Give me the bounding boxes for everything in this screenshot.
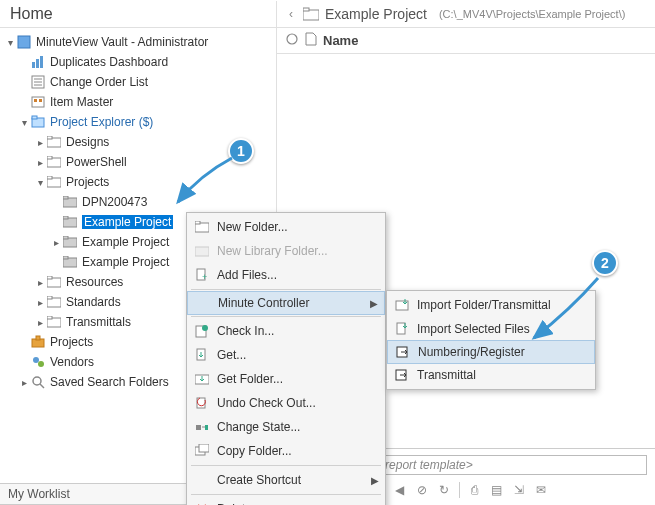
tree-item-change-order[interactable]: Change Order List bbox=[0, 72, 276, 92]
submenu-import-selected[interactable]: Import Selected Files bbox=[387, 317, 595, 341]
export-icon[interactable]: ⇲ bbox=[510, 481, 528, 499]
menu-check-in[interactable]: Check In... bbox=[187, 319, 385, 343]
twisty-collapsed-icon[interactable]: ▸ bbox=[34, 157, 46, 168]
menu-copy-folder[interactable]: Copy Folder... bbox=[187, 439, 385, 463]
tree-root[interactable]: ▾ MinuteView Vault - Administrator bbox=[0, 32, 276, 52]
menu-add-files[interactable]: +Add Files... bbox=[187, 263, 385, 287]
svg-rect-20 bbox=[47, 176, 52, 179]
menu-get-folder[interactable]: Get Folder... bbox=[187, 367, 385, 391]
svg-rect-36 bbox=[36, 336, 40, 340]
twisty-expanded-icon[interactable]: ▾ bbox=[18, 117, 30, 128]
separator bbox=[459, 482, 460, 498]
home-tab[interactable]: Home bbox=[0, 1, 277, 27]
stop-icon[interactable]: ⊘ bbox=[413, 481, 431, 499]
refresh-icon[interactable]: ↻ bbox=[435, 481, 453, 499]
svg-rect-53 bbox=[205, 425, 208, 430]
breadcrumb-path: (C:\_MV4V\Projects\Example Project\) bbox=[439, 8, 625, 20]
twisty-expanded-icon[interactable]: ▾ bbox=[4, 37, 16, 48]
submenu-numbering-register[interactable]: Numbering/Register bbox=[387, 340, 595, 364]
menu-label: Get... bbox=[213, 348, 246, 362]
twisty-expanded-icon[interactable]: ▾ bbox=[34, 177, 46, 188]
menu-label: Change State... bbox=[213, 420, 300, 434]
folder-icon bbox=[62, 214, 78, 230]
menu-create-shortcut[interactable]: Create Shortcut▶ bbox=[187, 468, 385, 492]
submenu-transmittal[interactable]: Transmittal bbox=[387, 363, 595, 387]
folder-icon bbox=[46, 314, 62, 330]
tree-item-dashboard[interactable]: Duplicates Dashboard bbox=[0, 52, 276, 72]
tree-item-dpn[interactable]: DPN200473 bbox=[0, 192, 276, 212]
context-menu: New Folder... New Library Folder... +Add… bbox=[186, 212, 386, 505]
twisty-collapsed-icon[interactable]: ▸ bbox=[34, 297, 46, 308]
breadcrumb-project[interactable]: Example Project bbox=[325, 6, 427, 22]
twisty-collapsed-icon[interactable]: ▸ bbox=[34, 137, 46, 148]
tree-item-master[interactable]: Item Master bbox=[0, 92, 276, 112]
svg-rect-24 bbox=[63, 216, 68, 219]
projects-icon bbox=[30, 334, 46, 350]
svg-rect-2 bbox=[18, 36, 30, 48]
top-bar: Home ‹ Example Project (C:\_MV4V\Project… bbox=[0, 0, 655, 28]
twisty-collapsed-icon[interactable]: ▸ bbox=[34, 317, 46, 328]
twisty-collapsed-icon[interactable]: ▸ bbox=[50, 237, 62, 248]
svg-point-39 bbox=[33, 377, 41, 385]
folder-icon bbox=[62, 194, 78, 210]
submenu-arrow-icon: ▶ bbox=[370, 298, 378, 309]
layout-icon[interactable]: ▤ bbox=[488, 481, 506, 499]
twisty-collapsed-icon[interactable]: ▸ bbox=[34, 277, 46, 288]
tree-item-project-explorer[interactable]: ▾ Project Explorer ($) bbox=[0, 112, 276, 132]
menu-separator bbox=[191, 465, 381, 466]
svg-rect-26 bbox=[63, 236, 68, 239]
folder-icon bbox=[62, 254, 78, 270]
send-icon[interactable]: ✉ bbox=[532, 481, 550, 499]
svg-rect-11 bbox=[34, 99, 37, 102]
tree-label: Example Project bbox=[82, 235, 169, 249]
menu-new-library: New Library Folder... bbox=[187, 239, 385, 263]
import-folder-icon bbox=[391, 298, 413, 312]
svg-rect-18 bbox=[47, 156, 52, 159]
folder-icon bbox=[303, 7, 319, 21]
tree-label: Standards bbox=[66, 295, 121, 309]
folder-icon bbox=[46, 154, 62, 170]
state-icon bbox=[191, 420, 213, 434]
breadcrumb: ‹ Example Project (C:\_MV4V\Projects\Exa… bbox=[277, 6, 655, 22]
submenu-minute-controller: Import Folder/Transmittal Import Selecte… bbox=[386, 290, 596, 390]
svg-point-38 bbox=[38, 361, 44, 367]
menu-label: Numbering/Register bbox=[414, 345, 525, 359]
column-name[interactable]: Name bbox=[323, 33, 358, 48]
menu-get[interactable]: Get... bbox=[187, 343, 385, 367]
list-icon bbox=[30, 74, 46, 90]
menu-new-folder[interactable]: New Folder... bbox=[187, 215, 385, 239]
tree-label: Designs bbox=[66, 135, 109, 149]
dashboard-icon bbox=[30, 54, 46, 70]
callout-badge-2: 2 bbox=[592, 250, 618, 276]
twisty-collapsed-icon[interactable]: ▸ bbox=[18, 377, 30, 388]
svg-rect-57 bbox=[397, 323, 405, 334]
chevron-left-icon[interactable]: ‹ bbox=[285, 7, 297, 21]
tree-label: Vendors bbox=[50, 355, 94, 369]
svg-rect-16 bbox=[47, 136, 52, 139]
items-icon bbox=[30, 94, 46, 110]
tree-label: PowerShell bbox=[66, 155, 127, 169]
print-icon[interactable]: ⎙ bbox=[466, 481, 484, 499]
menu-label: Create Shortcut bbox=[213, 473, 301, 487]
menu-delete[interactable]: Delete bbox=[187, 497, 385, 505]
svg-rect-34 bbox=[47, 316, 52, 319]
tree-label: Resources bbox=[66, 275, 123, 289]
svg-rect-44 bbox=[195, 247, 209, 256]
submenu-import-folder[interactable]: Import Folder/Transmittal bbox=[387, 293, 595, 317]
menu-minute-controller[interactable]: Minute Controller▶ bbox=[187, 291, 385, 315]
vendors-icon bbox=[30, 354, 46, 370]
tree-label: Saved Search Folders bbox=[50, 375, 169, 389]
folder-icon bbox=[62, 234, 78, 250]
undo-icon bbox=[191, 396, 213, 410]
back-icon[interactable]: ◀ bbox=[391, 481, 409, 499]
svg-point-37 bbox=[33, 357, 39, 363]
get-icon bbox=[191, 348, 213, 362]
tree-item-projects[interactable]: ▾Projects bbox=[0, 172, 276, 192]
svg-rect-5 bbox=[40, 56, 43, 68]
tree-label: Projects bbox=[66, 175, 109, 189]
menu-undo-checkout[interactable]: Undo Check Out... bbox=[187, 391, 385, 415]
vault-icon bbox=[16, 34, 32, 50]
menu-label: Get Folder... bbox=[213, 372, 283, 386]
menu-change-state[interactable]: Change State... bbox=[187, 415, 385, 439]
svg-rect-32 bbox=[47, 296, 52, 299]
